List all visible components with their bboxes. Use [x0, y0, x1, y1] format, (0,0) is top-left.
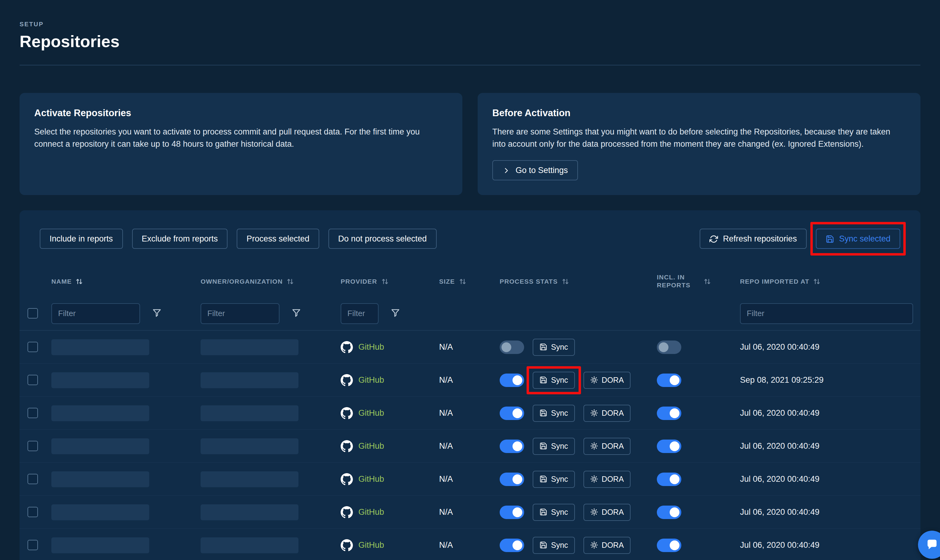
github-icon — [341, 374, 353, 386]
save-icon — [539, 409, 547, 417]
process-toggle[interactable] — [500, 538, 524, 552]
go-to-settings-button[interactable]: Go to Settings — [492, 160, 578, 180]
sync-button[interactable]: Sync — [533, 437, 575, 455]
imported-at: Jul 06, 2020 00:40:49 — [740, 508, 820, 517]
process-toggle[interactable] — [500, 406, 524, 420]
card-title: Before Activation — [492, 108, 906, 118]
include-in-reports-toggle[interactable] — [657, 505, 681, 519]
dora-button[interactable]: DORA — [584, 471, 630, 488]
row-checkbox[interactable] — [28, 507, 38, 517]
include-in-reports-toggle[interactable] — [657, 340, 681, 354]
toggle-knob — [670, 375, 680, 385]
sync-selected-button[interactable]: Sync selected — [816, 229, 900, 249]
github-icon — [341, 341, 353, 353]
provider-filter-funnel-button[interactable] — [388, 306, 402, 320]
provider-label: GitHub — [358, 408, 384, 418]
column-header-process-stats[interactable]: PROCESS STATS — [500, 277, 569, 285]
process-toggle[interactable] — [500, 439, 524, 453]
include-in-reports-toggle[interactable] — [657, 472, 681, 486]
exclude-from-reports-button[interactable]: Exclude from reports — [132, 229, 228, 249]
toggle-knob — [670, 408, 680, 418]
github-icon — [341, 506, 353, 518]
toggle-knob — [670, 507, 680, 517]
table-row: GitHub N/A Sync DORA Jul 06, 2020 00:40:… — [20, 397, 920, 430]
row-checkbox[interactable] — [28, 342, 38, 352]
table-filter-row — [20, 297, 920, 331]
process-toggle[interactable] — [500, 373, 524, 387]
column-header-owner[interactable]: OWNER/ORGANIZATION — [200, 277, 294, 285]
owner-redacted — [200, 405, 299, 421]
imported-at: Jul 06, 2020 00:40:49 — [740, 442, 820, 451]
row-checkbox[interactable] — [28, 474, 38, 484]
toggle-knob — [670, 441, 680, 451]
toggle-knob — [513, 507, 522, 517]
sort-icon[interactable] — [287, 277, 294, 285]
process-toggle[interactable] — [500, 340, 524, 354]
select-all-checkbox[interactable] — [28, 308, 38, 318]
column-header-size[interactable]: SIZE — [439, 277, 467, 285]
row-checkbox[interactable] — [28, 441, 38, 451]
repo-name-redacted — [51, 438, 149, 454]
funnel-icon — [291, 307, 301, 318]
imported-at: Jul 06, 2020 00:40:49 — [740, 540, 820, 549]
github-icon — [341, 539, 353, 551]
sync-button[interactable]: Sync — [533, 537, 575, 554]
save-icon — [539, 442, 547, 450]
sort-icon[interactable] — [561, 277, 569, 285]
refresh-repositories-button[interactable]: Refresh repositories — [700, 229, 807, 249]
column-header-provider[interactable]: PROVIDER — [341, 277, 389, 285]
include-in-reports-button[interactable]: Include in reports — [40, 229, 123, 249]
chat-launcher-button[interactable] — [918, 531, 940, 559]
process-toggle[interactable] — [500, 505, 524, 519]
toggle-knob — [670, 540, 680, 550]
owner-filter-input[interactable] — [200, 303, 279, 324]
toggle-knob — [513, 540, 522, 550]
sync-button[interactable]: Sync — [533, 471, 575, 488]
column-header-name[interactable]: NAME — [51, 277, 83, 285]
dora-button[interactable]: DORA — [584, 437, 630, 455]
owner-redacted — [200, 504, 299, 520]
row-checkbox[interactable] — [28, 408, 38, 418]
gear-icon — [590, 376, 598, 384]
chat-icon — [925, 538, 939, 551]
sync-button[interactable]: Sync — [533, 405, 575, 422]
imported-at: Sep 08, 2021 09:25:29 — [740, 375, 823, 385]
provider-filter-input[interactable] — [341, 303, 379, 324]
include-in-reports-toggle[interactable] — [657, 439, 681, 453]
repositories-page: SETUP Repositories Activate Repositories… — [0, 0, 940, 560]
provider-label: GitHub — [358, 375, 384, 385]
dora-button[interactable]: DORA — [584, 503, 630, 521]
include-in-reports-toggle[interactable] — [657, 373, 681, 387]
sort-icon[interactable] — [381, 277, 389, 285]
sync-button[interactable]: Sync — [533, 338, 575, 355]
column-header-incl-in-reports[interactable]: INCL. IN REPORTS — [657, 273, 711, 289]
name-filter-input[interactable] — [51, 303, 140, 324]
include-in-reports-toggle[interactable] — [657, 538, 681, 552]
row-checkbox[interactable] — [28, 375, 38, 385]
process-toggle[interactable] — [500, 472, 524, 486]
dora-button[interactable]: DORA — [584, 371, 630, 389]
name-filter-funnel-button[interactable] — [150, 306, 163, 320]
sort-icon[interactable] — [813, 277, 821, 285]
owner-redacted — [200, 438, 299, 454]
sort-icon[interactable] — [703, 277, 711, 285]
sort-icon[interactable] — [76, 277, 83, 285]
dora-button[interactable]: DORA — [584, 405, 630, 422]
table-row: GitHub N/A Sync DORA Jul 06, 2020 00:40:… — [20, 463, 920, 496]
dora-button[interactable]: DORA — [584, 537, 630, 554]
owner-redacted — [200, 372, 299, 388]
funnel-icon — [151, 307, 162, 318]
include-in-reports-toggle[interactable] — [657, 406, 681, 420]
sync-button[interactable]: Sync — [533, 503, 575, 521]
column-header-repo-imported-at[interactable]: REPO IMPORTED AT — [740, 277, 821, 285]
imported-at-filter-input[interactable] — [740, 303, 913, 324]
sort-icon[interactable] — [459, 277, 467, 285]
process-selected-button[interactable]: Process selected — [237, 229, 319, 249]
row-checkbox[interactable] — [28, 540, 38, 550]
sync-button[interactable]: Sync — [533, 371, 575, 389]
repo-name-redacted — [51, 339, 149, 355]
do-not-process-selected-button[interactable]: Do not process selected — [328, 229, 437, 249]
provider-label: GitHub — [358, 540, 384, 549]
owner-filter-funnel-button[interactable] — [289, 306, 303, 320]
refresh-icon — [709, 234, 718, 243]
